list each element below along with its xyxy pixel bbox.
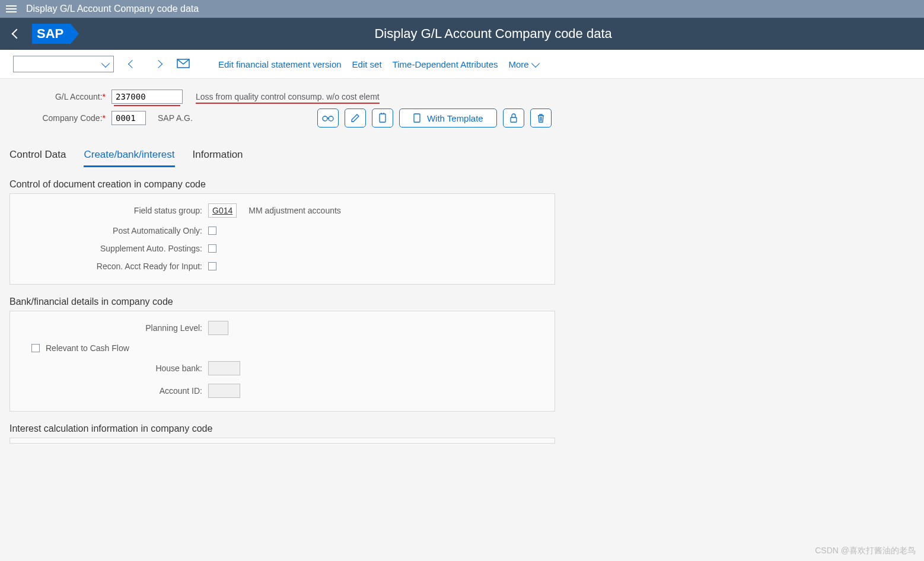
company-code-label: Company Code: [42,113,102,123]
prev-icon[interactable] [128,60,136,68]
svg-point-1 [323,116,327,121]
field-status-group-desc: MM adjustment accounts [248,206,341,215]
svg-rect-5 [511,117,517,122]
post-auto-checkbox[interactable] [208,227,216,235]
lock-button[interactable] [503,109,524,128]
svg-rect-4 [414,114,420,122]
edit-fsv-link[interactable]: Edit financial statement version [218,59,342,69]
time-dep-link[interactable]: Time-Dependent Attributes [393,59,498,69]
planning-level-label: Planning Level: [18,323,208,333]
tab-information[interactable]: Information [193,149,243,167]
company-code-desc: SAP A.G. [158,113,193,123]
field-status-group-value[interactable]: G014 [212,206,232,215]
svg-point-2 [329,116,333,121]
toolbar: Edit financial statement version Edit se… [0,50,924,79]
edit-button[interactable] [345,109,366,128]
planning-level-input[interactable] [208,321,228,335]
account-id-label: Account ID: [18,386,208,396]
house-bank-label: House bank: [18,364,208,373]
next-icon[interactable] [154,60,163,68]
section1-title: Control of document creation in company … [9,179,915,190]
supplement-label: Supplement Auto. Postings: [18,244,208,253]
document-icon [413,113,421,123]
with-template-button[interactable]: With Template [399,109,497,128]
cash-flow-label: Relevant to Cash Flow [46,343,129,353]
recon-label: Recon. Acct Ready for Input: [18,262,208,271]
svg-rect-3 [380,114,385,122]
recon-checkbox[interactable] [208,262,216,270]
glasses-button[interactable] [317,109,339,128]
header: SAP Display G/L Account Company code dat… [0,18,924,50]
house-bank-input[interactable] [208,361,240,375]
variant-dropdown[interactable] [13,56,114,72]
page-title: Display G/L Account Company code data [71,26,916,42]
gl-account-desc: Loss from quality control consump. w/o c… [196,92,380,101]
section2-title: Bank/financial details in company code [9,297,915,307]
company-code-input[interactable] [111,111,146,125]
gl-account-input[interactable] [111,90,183,104]
tab-bar: Control Data Create/bank/interest Inform… [9,149,915,167]
cash-flow-checkbox[interactable] [31,344,40,352]
tab-create-bank-interest[interactable]: Create/bank/interest [84,149,174,167]
mail-icon[interactable] [177,59,190,70]
edit-set-link[interactable]: Edit set [352,59,382,69]
field-status-group-label: Field status group: [18,206,208,215]
chevron-down-icon [531,59,540,67]
post-auto-label: Post Automatically Only: [18,226,208,235]
account-id-input[interactable] [208,384,240,398]
menu-icon[interactable] [6,5,17,12]
supplement-checkbox[interactable] [208,244,216,253]
section3-title: Interest calculation information in comp… [9,423,915,434]
gl-account-label: G/L Account: [55,92,103,101]
chevron-down-icon [101,59,110,67]
tab-control-data[interactable]: Control Data [9,149,66,167]
top-title: Display G/L Account Company code data [26,4,199,14]
more-link[interactable]: More [509,59,539,69]
sap-logo: SAP [32,24,71,44]
back-icon[interactable] [12,29,22,39]
copy-button[interactable] [372,109,393,128]
delete-button[interactable] [530,109,552,128]
top-bar: Display G/L Account Company code data [0,0,924,18]
